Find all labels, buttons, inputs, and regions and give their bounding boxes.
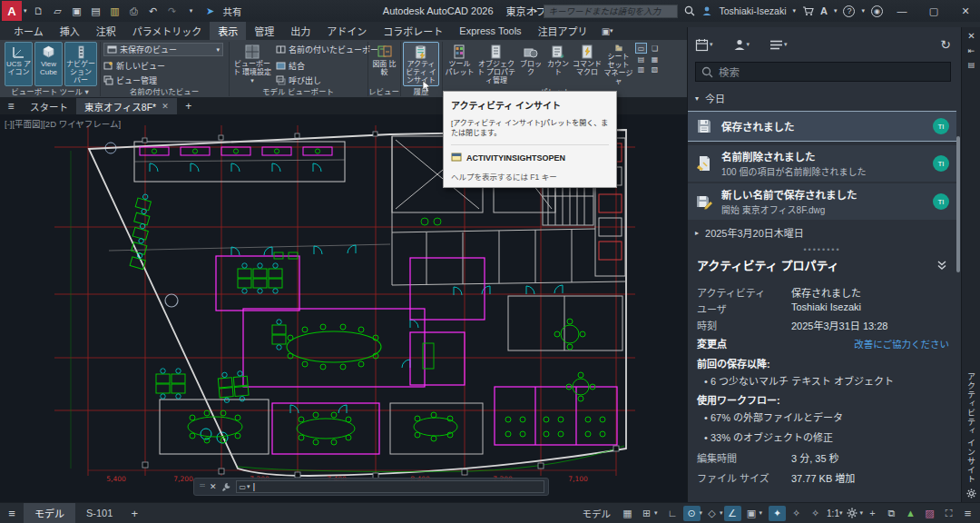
file-tab-menu-icon[interactable]: ≡: [0, 100, 22, 113]
palette-settings-gear-icon[interactable]: [966, 488, 976, 498]
osnap-dropdown-icon[interactable]: ▾: [760, 509, 763, 517]
viewport-controls[interactable]: [-][平面図][2D ワイヤフレーム]: [5, 117, 121, 130]
group-today[interactable]: ▾ 今日: [695, 91, 725, 105]
snap-mode-button[interactable]: ⊞: [638, 506, 655, 521]
reference-palette-icon[interactable]: ▥: [635, 65, 647, 74]
view-cube-button[interactable]: View Cube: [34, 42, 63, 86]
annotation-scale-sync-button[interactable]: ✧: [807, 506, 824, 521]
file-tab-start[interactable]: スタート: [22, 98, 76, 114]
snap-dropdown-icon[interactable]: ▾: [654, 509, 658, 517]
tab-insert[interactable]: 挿入: [52, 22, 88, 40]
clipboard-palette-icon[interactable]: ▧: [649, 65, 661, 74]
model-space-toggle[interactable]: モデル: [583, 507, 612, 520]
view-combo[interactable]: 未保存のビュー ▾: [103, 43, 223, 56]
blocks-palette-button[interactable]: ブロック: [518, 42, 544, 86]
panel-label-model-viewports[interactable]: モデル ビューポート: [229, 85, 368, 97]
share-label[interactable]: 共有: [223, 5, 242, 18]
close-button[interactable]: ✕: [953, 0, 978, 22]
user-avatar-icon[interactable]: [701, 5, 712, 16]
new-view-button[interactable]: 新しいビュー: [103, 59, 165, 73]
layout-tab[interactable]: S-101: [75, 503, 123, 523]
polar-dropdown-icon[interactable]: ▾: [700, 509, 703, 517]
command-line-palette-icon[interactable]: ▭: [635, 43, 647, 54]
activity-item-purged[interactable]: 名前削除されました 100 個の項目が名前削除されました TI: [688, 145, 956, 182]
tab-output[interactable]: 出力: [282, 22, 318, 40]
properties-palette-button[interactable]: オブジェクト プロパティ管理: [476, 42, 516, 86]
store-cart-icon[interactable]: [802, 5, 814, 16]
tab-view[interactable]: 表示: [210, 22, 246, 40]
autodesk-apps-icon[interactable]: A: [820, 5, 828, 16]
tab-featured-apps[interactable]: 注目アプリ: [530, 22, 596, 40]
activity-properties-header[interactable]: アクティビティ プロパティ: [688, 256, 956, 273]
count-palette-button[interactable]: # カウント: [545, 42, 571, 86]
user-dropdown-icon[interactable]: ▾: [793, 7, 797, 15]
panel-label-history[interactable]: 履歴: [400, 85, 442, 97]
apps-dropdown-icon[interactable]: ▾: [834, 7, 838, 15]
save-as-icon[interactable]: ▤: [90, 5, 103, 17]
tab-express-tools[interactable]: Express Tools: [451, 22, 529, 40]
feedback-link[interactable]: 改善にご協力ください: [854, 337, 949, 350]
collapse-chevron-icon[interactable]: [936, 260, 947, 271]
clean-screen-button[interactable]: ⛶: [940, 506, 957, 521]
annotation-visibility-button[interactable]: ✦: [769, 506, 786, 521]
command-input[interactable]: ▭ ▾ |: [236, 480, 544, 493]
command-line-wrench-icon[interactable]: [221, 482, 231, 492]
annotation-scale-button[interactable]: 1:1: [827, 508, 839, 518]
palette-search-input[interactable]: 検索: [695, 62, 951, 82]
assistant-icon[interactable]: ◉: [871, 5, 883, 17]
tab-parametric[interactable]: パラメトリック: [124, 22, 211, 40]
ribbon-options-icon[interactable]: ▣▾: [602, 26, 613, 36]
print-icon[interactable]: ⎙: [128, 5, 141, 17]
tool-palettes-button[interactable]: ツール パレット: [445, 42, 475, 86]
drawing-compare-button[interactable]: 図面 比較: [370, 42, 398, 86]
list-view-button[interactable]: ▾: [769, 39, 788, 51]
new-layout-icon[interactable]: +: [123, 507, 145, 520]
search-expand-icon[interactable]: ▸: [534, 7, 538, 15]
layer-palette-icon[interactable]: ❏: [649, 43, 661, 54]
search-icon[interactable]: [684, 5, 695, 16]
minimize-button[interactable]: —: [889, 0, 915, 22]
activity-item-saved-as[interactable]: 新しい名前で保存されました 開始 東京オフィス8F.dwg TI: [688, 183, 956, 220]
command-line-close-icon[interactable]: ✕: [210, 482, 217, 491]
logo-dropdown-icon[interactable]: ▾: [24, 7, 27, 15]
annotation-autoscale-button[interactable]: ✧: [788, 506, 805, 521]
command-line-grip[interactable]: ⠿: [198, 483, 205, 489]
palette-scrollbar[interactable]: [956, 136, 960, 272]
open-file-icon[interactable]: ▱: [52, 5, 64, 17]
refresh-icon[interactable]: ↻: [940, 37, 951, 52]
help-icon[interactable]: ?: [843, 5, 855, 17]
file-tab-close-icon[interactable]: ✕: [162, 102, 169, 111]
ortho-mode-button[interactable]: ∟: [664, 506, 681, 521]
object-snap-button[interactable]: ▣: [743, 506, 760, 521]
new-file-icon[interactable]: 🗋: [33, 5, 45, 17]
workspace-gear-button[interactable]: [843, 506, 860, 521]
isolate-objects-button[interactable]: ⧉: [883, 506, 900, 521]
tab-collaborate[interactable]: コラボレート: [375, 22, 451, 40]
palette-properties-icon[interactable]: ▤: [968, 61, 975, 69]
panel-label-named-views[interactable]: 名前の付いたビュー: [100, 85, 229, 97]
customization-button[interactable]: +: [864, 506, 881, 521]
panel-label-review[interactable]: レビュー: [368, 85, 400, 97]
trusted-location-button[interactable]: ▨: [921, 506, 938, 521]
ucs-icon-button[interactable]: UCS アイコン: [5, 42, 33, 86]
calculator-palette-icon[interactable]: ▦: [649, 55, 661, 64]
join-viewports-button[interactable]: 結合: [276, 59, 305, 73]
tab-manage[interactable]: 管理: [246, 22, 282, 40]
graphics-performance-button[interactable]: ▲: [902, 506, 919, 521]
splitter-handle[interactable]: ••••••••: [688, 245, 956, 254]
restore-button[interactable]: ▢: [921, 0, 946, 22]
share-plane-icon[interactable]: ➤: [204, 5, 217, 17]
palette-autohide-icon[interactable]: ⇤: [968, 46, 975, 55]
app-logo-icon[interactable]: A: [2, 1, 22, 21]
date-filter-button[interactable]: ▾: [695, 38, 713, 52]
isometric-dropdown-icon[interactable]: ▾: [720, 509, 723, 517]
undo-icon[interactable]: ↶: [147, 5, 160, 17]
help-search-input[interactable]: キーワードまたは語句を入力: [544, 5, 678, 18]
layout-menu-icon[interactable]: ≡: [0, 507, 24, 520]
tab-home[interactable]: ホーム: [5, 22, 52, 40]
command-recent-dropdown-icon[interactable]: ▾: [247, 483, 250, 490]
isometric-drafting-button[interactable]: ◇: [703, 506, 720, 521]
tab-addins[interactable]: アドイン: [318, 22, 375, 40]
file-tab-document[interactable]: 東京オフィス8F* ✕: [76, 98, 177, 114]
command-line[interactable]: ⠿ ✕ ▭ ▾ |: [193, 478, 549, 496]
